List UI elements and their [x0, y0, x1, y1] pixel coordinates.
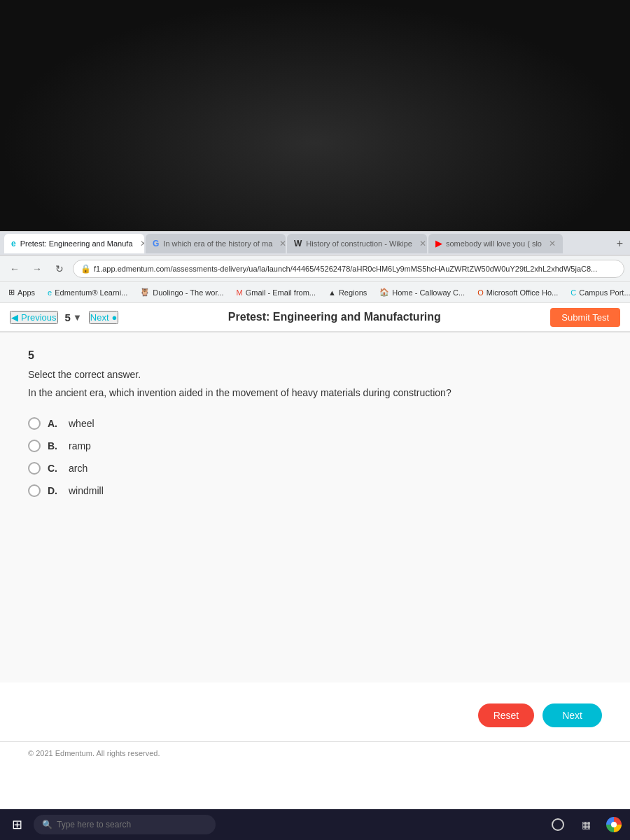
- counter-dropdown[interactable]: ▼: [73, 312, 82, 323]
- reset-button[interactable]: Reset: [478, 704, 535, 727]
- windows-start-button[interactable]: ⊞: [6, 813, 28, 836]
- next-top-button[interactable]: Next ●: [89, 311, 119, 324]
- tab-close-pretest[interactable]: ✕: [140, 239, 144, 248]
- forward-button[interactable]: →: [28, 260, 46, 278]
- tab-close-youtube[interactable]: ✕: [549, 239, 556, 248]
- radio-d[interactable]: [28, 484, 41, 497]
- previous-label: Previous: [21, 312, 57, 323]
- taskbar: ⊞ 🔍 ▦: [0, 809, 630, 840]
- bookmarks-bar: ⊞ Apps e Edmentum® Learni... 🦉 Duolingo …: [0, 282, 630, 303]
- e-icon: e: [11, 239, 16, 248]
- tab-label-youtube: somebody will love you ( slo: [446, 239, 542, 248]
- tab-bar: e Pretest: Engineering and Manufa ✕ G In…: [0, 232, 630, 255]
- w-icon: W: [294, 239, 302, 248]
- option-a-text: wheel: [69, 418, 94, 429]
- tab-google[interactable]: G In which era of the history of ma ✕: [146, 234, 286, 253]
- address-bar: ← → ↻ 🔒 f1.app.edmentum.com/assessments-…: [0, 255, 630, 282]
- radio-c[interactable]: [28, 462, 41, 475]
- quiz-title: Pretest: Engineering and Manufacturing: [125, 311, 543, 323]
- bookmark-office-label: Microsoft Office Ho...: [486, 288, 559, 297]
- option-a[interactable]: A. wheel: [28, 417, 602, 430]
- photo-background: [0, 0, 630, 238]
- refresh-button[interactable]: ↻: [50, 260, 69, 278]
- current-question-number: 5: [65, 312, 71, 323]
- new-tab-button[interactable]: +: [614, 237, 626, 250]
- option-c-label: C.: [48, 463, 62, 474]
- option-b[interactable]: B. ramp: [28, 440, 602, 452]
- bookmark-campus-label: Campus Port...: [579, 288, 630, 297]
- apps-grid-icon: ⊞: [8, 288, 15, 297]
- option-a-label: A.: [48, 418, 62, 429]
- bookmark-duolingo[interactable]: 🦉 Duolingo - The wor...: [137, 286, 226, 298]
- taskbar-search-input[interactable]: [57, 820, 207, 830]
- radio-b[interactable]: [28, 440, 41, 452]
- tab-close-wiki[interactable]: ✕: [419, 239, 426, 248]
- option-d[interactable]: D. windmill: [28, 484, 602, 497]
- gmail-icon: M: [237, 288, 243, 297]
- bookmark-gmail[interactable]: M Gmail - Email from...: [234, 287, 318, 298]
- office-icon: O: [477, 288, 484, 297]
- tab-close-google[interactable]: ✕: [279, 239, 286, 248]
- taskbar-icons: ▦: [547, 814, 624, 835]
- submit-label: Submit Test: [561, 312, 609, 323]
- bookmark-apps-label: Apps: [18, 288, 35, 297]
- tab-label-google: In which era of the history of ma: [163, 239, 272, 248]
- option-d-label: D.: [48, 485, 62, 496]
- bottom-buttons: Reset Next: [0, 690, 630, 741]
- duolingo-icon: 🦉: [140, 288, 150, 297]
- bookmark-campus[interactable]: C Campus Port...: [568, 287, 630, 298]
- chrome-icon: [606, 817, 622, 832]
- windows-icon: ▦: [582, 819, 591, 830]
- submit-test-button[interactable]: Submit Test: [550, 308, 620, 327]
- bookmark-gmail-label: Gmail - Email from...: [246, 288, 316, 297]
- quiz-header: ◀ Previous 5 ▼ Next ● Pretest: Engineeri…: [0, 303, 630, 332]
- tab-label-wiki: History of construction - Wikipe: [306, 239, 412, 248]
- bookmark-edmentum-label: Edmentum® Learni...: [55, 288, 127, 297]
- question-text: In the ancient era, which invention aide…: [28, 386, 602, 400]
- bookmark-regions-label: Regions: [339, 288, 367, 297]
- copyright-text: © 2021 Edmentum. All rights reserved.: [28, 749, 160, 757]
- next-bottom-button[interactable]: Next: [542, 704, 602, 727]
- tab-bar-controls: +: [614, 237, 626, 250]
- bookmark-office[interactable]: O Microsoft Office Ho...: [475, 287, 561, 298]
- next-bottom-label: Next: [562, 710, 582, 721]
- reset-label: Reset: [493, 710, 519, 721]
- browser-window: e Pretest: Engineering and Manufa ✕ G In…: [0, 231, 630, 840]
- left-arrow-icon: ◀: [11, 312, 18, 323]
- bookmark-regions[interactable]: ▲ Regions: [326, 287, 370, 298]
- taskbar-search-box[interactable]: 🔍: [34, 815, 216, 834]
- tab-youtube[interactable]: ▶ somebody will love you ( slo ✕: [428, 234, 563, 253]
- taskbar-windows-button[interactable]: ▦: [575, 814, 596, 835]
- quiz-content: 5 Select the correct answer. In the anci…: [0, 332, 630, 682]
- tab-wiki[interactable]: W History of construction - Wikipe ✕: [287, 234, 427, 253]
- bookmark-edmentum[interactable]: e Edmentum® Learni...: [45, 287, 130, 298]
- back-button[interactable]: ←: [6, 260, 24, 278]
- option-c-text: arch: [69, 463, 88, 474]
- url-bar[interactable]: 🔒 f1.app.edmentum.com/assessments-delive…: [73, 260, 624, 278]
- instruction-text: Select the correct answer.: [28, 369, 602, 380]
- yt-icon: ▶: [435, 239, 442, 248]
- radio-a[interactable]: [28, 417, 41, 430]
- tab-pretest[interactable]: e Pretest: Engineering and Manufa ✕: [4, 234, 144, 253]
- question-number-display: 5: [28, 349, 602, 362]
- bookmark-duolingo-label: Duolingo - The wor...: [153, 288, 223, 297]
- question-counter: 5 ▼: [65, 312, 82, 323]
- bookmark-home-label: Home - Calloway C...: [392, 288, 465, 297]
- regions-icon: ▲: [328, 288, 336, 297]
- previous-button[interactable]: ◀ Previous: [10, 311, 58, 324]
- bookmark-home[interactable]: 🏠 Home - Calloway C...: [377, 286, 468, 298]
- option-d-text: windmill: [69, 485, 104, 496]
- option-b-label: B.: [48, 440, 62, 451]
- option-c[interactable]: C. arch: [28, 462, 602, 475]
- taskbar-chrome-button[interactable]: [603, 814, 624, 835]
- taskbar-circle-button[interactable]: [547, 814, 568, 835]
- url-text: f1.app.edmentum.com/assessments-delivery…: [94, 265, 597, 273]
- taskbar-search-icon: 🔍: [42, 820, 52, 830]
- next-top-label: Next: [90, 312, 109, 323]
- circle-icon: [552, 818, 564, 831]
- footer: © 2021 Edmentum. All rights reserved.: [0, 741, 630, 764]
- ssl-lock-icon: 🔒: [80, 264, 91, 274]
- bookmark-apps[interactable]: ⊞ Apps: [6, 286, 38, 298]
- option-b-text: ramp: [69, 440, 91, 451]
- home-icon: 🏠: [379, 288, 389, 297]
